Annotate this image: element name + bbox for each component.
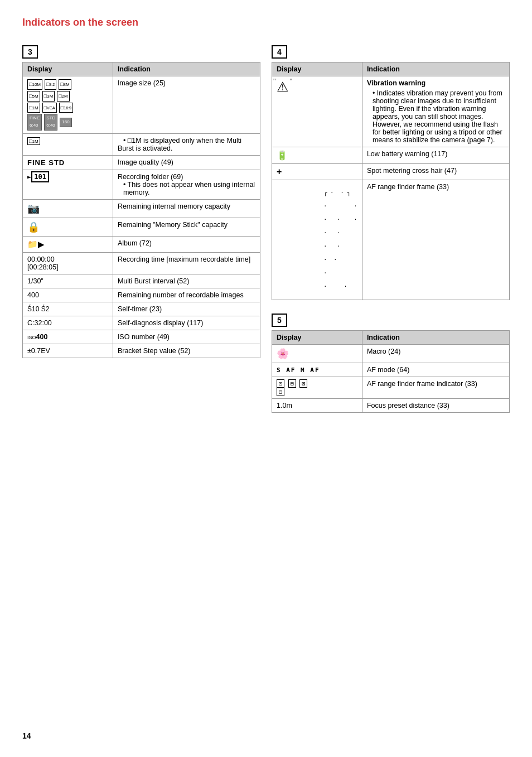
section-3-label: 3 — [22, 45, 38, 59]
display-cell: 00:00:00 [00:28:05] — [23, 252, 113, 274]
indication-cell: Remaining number of recordable images — [113, 288, 260, 302]
display-cell: S AF M AF — [272, 363, 362, 377]
table-row: ►101 Recording folder (69) This does not… — [23, 170, 260, 199]
table-row: 🔋 Low battery warning (117) — [272, 147, 510, 164]
section5-col-indication: Indication — [362, 331, 509, 345]
table-row: ISO400 ISO number (49) — [23, 330, 260, 344]
display-cell: ┌ · · ┐ · · · · · · · · · · · · · · — [272, 180, 362, 300]
table-row: " ⚠ " Vibration warning Indicates vibrat… — [272, 76, 510, 147]
display-cell: ⊡ ⊞ ⊠ ⊟ — [272, 377, 362, 399]
battery-icon: 🔋 — [277, 151, 288, 160]
vibration-icon: " ⚠ " — [277, 79, 289, 95]
table-row: □10M □3:2 □8M □5M □3M □2M □1M — [23, 76, 260, 134]
table-row: 400 Remaining number of recordable image… — [23, 288, 260, 302]
table-row: ┌ · · ┐ · · · · · · · · · · · · · · AF r… — [272, 180, 510, 300]
self-timer-icon: Ś10 Ś2 — [27, 305, 49, 313]
iso-icon: ISO400 — [27, 333, 47, 341]
section-5-table: Display Indication 🌸 Macro (24) S AF M A… — [272, 330, 510, 413]
af-frame-icon: ┌ · · ┐ · · · · · · · · · · · · · · — [277, 183, 357, 297]
display-cell: □1M — [23, 133, 113, 155]
display-cell: FINE STD — [23, 155, 113, 170]
display-cell: " ⚠ " — [272, 76, 362, 147]
album-icon: 📁▶ — [27, 239, 45, 249]
indication-cell: Low battery warning (117) — [362, 147, 509, 164]
af-indicator-icon: ⊡ ⊞ ⊠ ⊟ — [277, 380, 357, 396]
indication-cell: AF range finder frame (33) — [362, 180, 509, 300]
indication-cell: Remaining internal memory capacity — [113, 199, 260, 218]
table-row: S AF M AF AF mode (64) — [272, 363, 510, 377]
table-row: 📁▶ Album (72) — [23, 236, 260, 252]
table-row: FINE STD Image quality (49) — [23, 155, 260, 170]
section-4-label: 4 — [272, 45, 287, 59]
indication-cell: Multi Burst interval (52) — [113, 274, 260, 288]
indication-cell: Album (72) — [113, 236, 260, 252]
section-4-table: Display Indication " ⚠ " Vibration w — [272, 62, 510, 300]
display-cell: □10M □3:2 □8M □5M □3M □2M □1M — [23, 76, 113, 134]
table-row: 1/30" Multi Burst interval (52) — [23, 274, 260, 288]
indication-cell: Recording time [maximum recordable time] — [113, 252, 260, 274]
spot-cross-icon: + — [277, 167, 282, 176]
display-cell: 1/30" — [23, 274, 113, 288]
table-row: 1.0m Focus preset distance (33) — [272, 399, 510, 413]
indication-cell: Spot metering cross hair (47) — [362, 164, 509, 180]
indication-cell: Macro (24) — [362, 345, 509, 363]
display-cell: ISO400 — [23, 330, 113, 344]
display-cell: 1.0m — [272, 399, 362, 413]
display-cell: + — [272, 164, 362, 180]
section-3-table: Display Indication □10M □3:2 □8M — [22, 62, 260, 358]
table-row: □1M □1M is displayed only when the Multi… — [23, 133, 260, 155]
display-cell: ±0.7EV — [23, 344, 113, 358]
section4-col-indication: Indication — [362, 62, 509, 76]
indication-cell: Self-diagnosis display (117) — [113, 316, 260, 330]
section5-col-display: Display — [272, 331, 362, 345]
indication-cell: Image quality (49) — [113, 155, 260, 170]
indication-cell: Focus preset distance (33) — [362, 399, 509, 413]
left-column: 3 Display Indication □10M □3:2 — [22, 45, 260, 426]
image-size-icons: □10M □3:2 □8M □5M □3M □2M □1M — [27, 79, 108, 131]
indication-cell: AF mode (64) — [362, 363, 509, 377]
display-cell: 📷 — [23, 199, 113, 218]
indication-cell: Image size (25) — [113, 76, 260, 134]
table-row: 🌸 Macro (24) — [272, 345, 510, 363]
table-row: ⊡ ⊞ ⊠ ⊟ AF range finder frame indicator … — [272, 377, 510, 399]
indication-cell: Bracket Step value (52) — [113, 344, 260, 358]
display-cell: 🌸 — [272, 345, 362, 363]
display-cell: 🔒 — [23, 218, 113, 236]
indication-cell: AF range finder frame indicator (33) — [362, 377, 509, 399]
display-cell: 🔋 — [272, 147, 362, 164]
table-row: 🔒 Remaining "Memory Stick" capacity — [23, 218, 260, 236]
display-cell: 📁▶ — [23, 236, 113, 252]
indication-cell: Recording folder (69) This does not appe… — [113, 170, 260, 199]
table-row: ±0.7EV Bracket Step value (52) — [23, 344, 260, 358]
indication-cell: Vibration warning Indicates vibration ma… — [362, 76, 509, 147]
section-5-label: 5 — [272, 314, 287, 327]
table-row: + Spot metering cross hair (47) — [272, 164, 510, 180]
saf-maf-display: S AF M AF — [277, 367, 320, 374]
table-row: 📷 Remaining internal memory capacity — [23, 199, 260, 218]
indication-cell: Remaining "Memory Stick" capacity — [113, 218, 260, 236]
right-column: 4 Display Indication " ⚠ " — [272, 45, 510, 426]
indication-cell: Self-timer (23) — [113, 302, 260, 316]
display-cell: ►101 — [23, 170, 113, 199]
display-cell: 400 — [23, 288, 113, 302]
page-number: 14 — [22, 731, 31, 740]
camera-icon: 📷 — [27, 203, 40, 214]
macro-icon: 🌸 — [277, 348, 289, 359]
page-title: Indicators on the screen — [22, 17, 510, 28]
section3-col-display: Display — [23, 62, 113, 76]
indication-cell: □1M is displayed only when the Multi Bur… — [113, 133, 260, 155]
table-row: Ś10 Ś2 Self-timer (23) — [23, 302, 260, 316]
memory-stick-icon: 🔒 — [27, 221, 40, 233]
display-cell: Ś10 Ś2 — [23, 302, 113, 316]
display-cell: C:32:00 — [23, 316, 113, 330]
table-row: 00:00:00 [00:28:05] Recording time [maxi… — [23, 252, 260, 274]
indication-cell: ISO number (49) — [113, 330, 260, 344]
section4-col-display: Display — [272, 62, 362, 76]
section3-col-indication: Indication — [113, 62, 260, 76]
table-row: C:32:00 Self-diagnosis display (117) — [23, 316, 260, 330]
